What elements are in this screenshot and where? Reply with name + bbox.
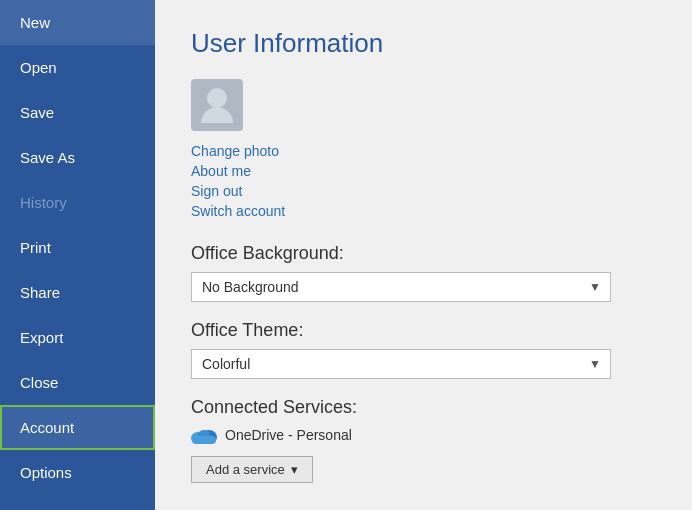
sidebar-item-save[interactable]: Save	[0, 90, 155, 135]
add-service-chevron-icon: ▾	[291, 462, 298, 477]
office-background-section: Office Background: No BackgroundCalligra…	[191, 243, 656, 302]
user-link-switch-account[interactable]: Switch account	[191, 203, 656, 219]
add-service-button[interactable]: Add a service ▾	[191, 456, 313, 483]
main-content: User Information Change photoAbout meSig…	[155, 0, 692, 510]
sidebar-item-share[interactable]: Share	[0, 270, 155, 315]
page-title: User Information	[191, 28, 656, 59]
connected-services-section: Connected Services: OneDrive - Personal …	[191, 397, 656, 483]
add-service-label: Add a service	[206, 462, 285, 477]
sidebar-item-history: History	[0, 180, 155, 225]
office-theme-section: Office Theme: ColorfulDark GrayWhiteBlac…	[191, 320, 656, 379]
user-profile: Change photoAbout meSign outSwitch accou…	[191, 79, 656, 219]
office-background-select[interactable]: No BackgroundCalligraphyCircuitCloudsDoo…	[191, 272, 611, 302]
person-icon	[199, 85, 235, 125]
user-link-change-photo[interactable]: Change photo	[191, 143, 656, 159]
avatar	[191, 79, 243, 131]
office-theme-dropdown-wrapper: ColorfulDark GrayWhiteBlack ▼	[191, 349, 611, 379]
office-theme-select[interactable]: ColorfulDark GrayWhiteBlack	[191, 349, 611, 379]
office-background-label: Office Background:	[191, 243, 656, 264]
svg-point-0	[207, 88, 227, 108]
sidebar-item-save-as[interactable]: Save As	[0, 135, 155, 180]
sidebar-item-account[interactable]: Account	[0, 405, 155, 450]
user-link-about-me[interactable]: About me	[191, 163, 656, 179]
connected-services-label: Connected Services:	[191, 397, 656, 418]
svg-rect-4	[192, 436, 216, 444]
user-link-sign-out[interactable]: Sign out	[191, 183, 656, 199]
office-theme-label: Office Theme:	[191, 320, 656, 341]
onedrive-icon	[191, 426, 217, 444]
onedrive-service-name: OneDrive - Personal	[225, 427, 352, 443]
sidebar-item-print[interactable]: Print	[0, 225, 155, 270]
office-background-dropdown-wrapper: No BackgroundCalligraphyCircuitCloudsDoo…	[191, 272, 611, 302]
onedrive-service-item: OneDrive - Personal	[191, 426, 656, 444]
sidebar-item-export[interactable]: Export	[0, 315, 155, 360]
sidebar-item-options[interactable]: Options	[0, 450, 155, 495]
sidebar: NewOpenSaveSave AsHistoryPrintShareExpor…	[0, 0, 155, 510]
sidebar-item-new[interactable]: New	[0, 0, 155, 45]
sidebar-item-close[interactable]: Close	[0, 360, 155, 405]
sidebar-item-open[interactable]: Open	[0, 45, 155, 90]
